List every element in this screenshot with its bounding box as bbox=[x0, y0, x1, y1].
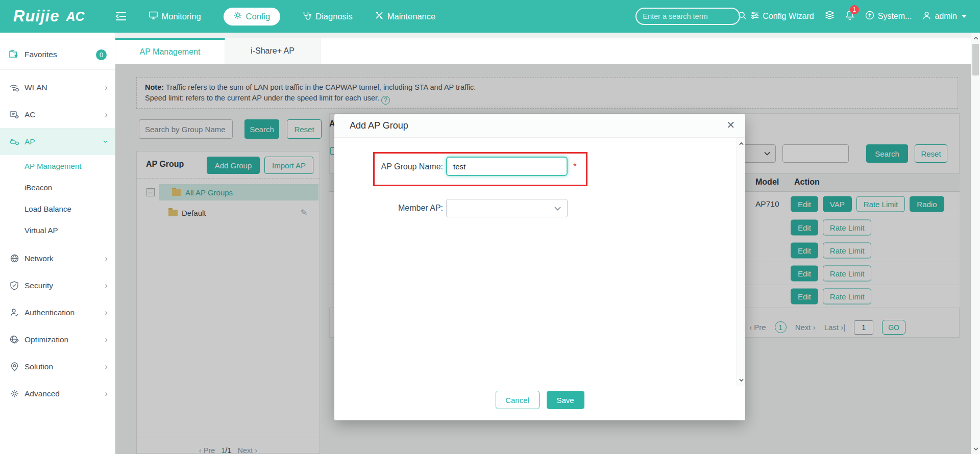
top-navbar: Ruijie AC Monitoring bbox=[0, 0, 980, 33]
wrench-icon bbox=[375, 11, 383, 21]
chevron-right-icon: › bbox=[105, 254, 108, 263]
person-check-icon bbox=[9, 308, 19, 317]
tab-ap-management[interactable]: AP Management bbox=[115, 38, 225, 64]
brand-logo: Ruijie bbox=[13, 7, 59, 26]
circle-up-icon bbox=[865, 11, 874, 22]
dialog-scrollbar[interactable] bbox=[737, 138, 745, 386]
gear-icon bbox=[9, 389, 19, 398]
scrollbar-thumb[interactable] bbox=[972, 44, 979, 75]
sidebar-item-ap-management[interactable]: AP Management bbox=[0, 155, 115, 176]
required-asterisk: * bbox=[573, 162, 577, 172]
ap-group-name-input[interactable] bbox=[446, 157, 568, 176]
content-top-gap bbox=[115, 33, 971, 38]
favorites-folder-star-icon bbox=[9, 49, 19, 60]
chevron-right-icon: › bbox=[105, 83, 108, 92]
chevron-down-icon bbox=[962, 15, 967, 18]
scroll-down-icon[interactable] bbox=[971, 444, 980, 453]
navbar-right-group: Config Wizard 1 System... bbox=[635, 8, 967, 25]
sidebar-item-solution[interactable]: Solution › bbox=[0, 353, 115, 380]
sidebar-item-virtual-ap[interactable]: Virtual AP bbox=[0, 219, 115, 241]
system-menu[interactable]: System... bbox=[865, 11, 912, 22]
layers-icon[interactable] bbox=[825, 11, 835, 22]
controller-box-icon bbox=[9, 110, 19, 119]
shield-check-icon bbox=[9, 281, 19, 290]
sidebar-item-authentication[interactable]: Authentication › bbox=[0, 299, 115, 326]
chevron-right-icon: › bbox=[105, 308, 108, 317]
menu-config[interactable]: Config bbox=[224, 8, 281, 26]
global-search-input[interactable] bbox=[643, 12, 738, 20]
main-menu: Monitoring Config Diagnosis bbox=[149, 8, 436, 26]
ap-group-name-label: AP Group Name: bbox=[334, 162, 443, 171]
sidebar-item-ac[interactable]: AC › bbox=[0, 101, 115, 128]
search-icon[interactable] bbox=[738, 11, 747, 22]
close-icon[interactable]: ✕ bbox=[726, 120, 735, 130]
chevron-right-icon: › bbox=[105, 110, 108, 119]
globe-pencil-icon bbox=[9, 335, 19, 344]
sidebar-item-network[interactable]: Network › bbox=[0, 245, 115, 272]
global-search[interactable] bbox=[635, 8, 740, 25]
member-ap-label: Member AP: bbox=[334, 204, 443, 213]
stethoscope-icon bbox=[303, 11, 311, 22]
add-ap-group-dialog: Add AP Group ✕ AP Group Name: * Member A… bbox=[334, 114, 745, 420]
chevron-right-icon: › bbox=[105, 281, 108, 290]
cancel-button[interactable]: Cancel bbox=[496, 391, 540, 409]
collapse-sidebar-icon[interactable] bbox=[114, 11, 128, 21]
scroll-up-icon[interactable] bbox=[971, 34, 980, 42]
chevron-right-icon: › bbox=[105, 362, 108, 371]
notifications-bell-icon[interactable]: 1 bbox=[845, 10, 854, 22]
scroll-down-icon[interactable] bbox=[737, 376, 745, 384]
person-icon bbox=[922, 11, 931, 22]
sidebar-item-ibeacon[interactable]: iBeacon bbox=[0, 176, 115, 198]
tab-ishare-ap[interactable]: i-Share+ AP bbox=[225, 38, 321, 64]
brand-product: AC bbox=[66, 9, 84, 24]
menu-diagnosis[interactable]: Diagnosis bbox=[303, 8, 352, 26]
sidebar-item-wlan[interactable]: WLAN › bbox=[0, 74, 115, 101]
dialog-body: AP Group Name: * Member AP: bbox=[334, 138, 745, 386]
gear-icon bbox=[234, 11, 242, 21]
map-pin-icon bbox=[9, 362, 19, 371]
menu-monitoring[interactable]: Monitoring bbox=[149, 8, 201, 26]
dialog-footer: Cancel Save bbox=[334, 386, 745, 420]
app-window: Ruijie AC Monitoring bbox=[0, 0, 980, 454]
dialog-header: Add AP Group ✕ bbox=[334, 114, 745, 138]
sliders-icon bbox=[751, 11, 759, 21]
page-scrollbar[interactable] bbox=[971, 33, 980, 454]
dialog-title: Add AP Group bbox=[350, 120, 408, 131]
user-menu[interactable]: admin bbox=[922, 11, 967, 22]
sidebar-item-label: Favorites bbox=[24, 50, 57, 59]
sidebar-item-ap[interactable]: AP › bbox=[0, 128, 115, 155]
scroll-up-icon[interactable] bbox=[737, 140, 745, 148]
member-ap-select[interactable] bbox=[446, 199, 568, 217]
tab-bar: AP Management i-Share+ AP bbox=[115, 38, 971, 64]
notification-badge: 1 bbox=[850, 5, 859, 14]
sidebar-item-advanced[interactable]: Advanced › bbox=[0, 380, 115, 407]
globe-icon bbox=[9, 254, 19, 263]
favorites-count-badge: 0 bbox=[96, 49, 107, 60]
chevron-expanded-icon: › bbox=[102, 140, 111, 143]
chevron-right-icon: › bbox=[105, 335, 108, 344]
sidebar-item-favorites[interactable]: Favorites 0 bbox=[0, 33, 115, 70]
menu-maintenance[interactable]: Maintenance bbox=[375, 8, 435, 26]
config-wizard-link[interactable]: Config Wizard bbox=[751, 11, 814, 21]
save-button[interactable]: Save bbox=[547, 391, 584, 409]
sidebar: Favorites 0 WLAN › bbox=[0, 33, 115, 454]
sidebar-item-load-balance[interactable]: Load Balance bbox=[0, 198, 115, 219]
access-point-icon bbox=[9, 138, 19, 146]
chevron-right-icon: › bbox=[105, 389, 108, 398]
monitor-icon bbox=[149, 11, 158, 21]
sidebar-item-optimization[interactable]: Optimization › bbox=[0, 326, 115, 353]
wifi-gear-icon bbox=[9, 84, 19, 92]
sidebar-menu: WLAN › AC › bbox=[0, 70, 115, 407]
sidebar-item-security[interactable]: Security › bbox=[0, 272, 115, 299]
